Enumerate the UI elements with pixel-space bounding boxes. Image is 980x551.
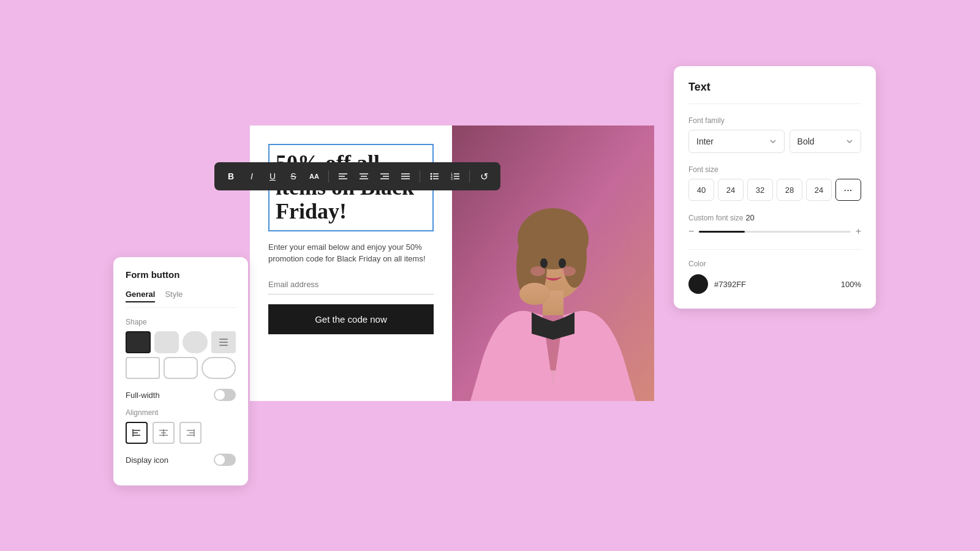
color-section-divider [688,249,861,250]
alignment-options [126,422,236,444]
svg-point-26 [431,176,432,178]
align-center-option[interactable] [153,422,175,444]
display-icon-toggle[interactable] [214,454,236,466]
full-width-toggle[interactable] [214,389,236,401]
email-input[interactable] [268,275,434,294]
svg-point-9 [519,283,550,305]
font-family-select[interactable]: Inter [688,130,785,153]
email-button[interactable]: Get the code now [268,304,434,334]
font-size-24b[interactable]: 24 [806,179,832,201]
shape-grid-row2 [126,357,236,379]
toolbar-align-right-button[interactable] [375,167,394,186]
color-hex-value: #7392FF [714,280,746,289]
shape-rounded-lg[interactable] [183,331,208,353]
shape-label: Shape [126,318,236,326]
font-weight-select[interactable]: Bold [790,130,861,153]
toolbar-numbered-list-button[interactable]: 1.2.3. [446,167,464,186]
shape-rounded-sm[interactable] [154,331,179,353]
text-toolbar: B I U S AA 1.2.3. ↺ [214,162,500,190]
font-family-row: Inter Bold [688,130,861,153]
shape-outline-rect[interactable] [126,357,160,379]
toolbar-bullet-list-button[interactable] [425,167,443,186]
color-opacity-value: 100% [841,280,861,289]
font-weight-value: Bold [797,137,815,146]
font-size-label: Font size [688,165,861,174]
toolbar-align-left-button[interactable] [334,167,352,186]
toolbar-redo-button[interactable]: ↺ [475,167,493,186]
color-swatch[interactable] [688,274,708,294]
toolbar-underline-button[interactable]: U [263,167,282,186]
slider-decrease-button[interactable]: − [688,226,694,237]
color-label: Color [688,260,861,268]
toolbar-divider-1 [328,170,329,182]
tab-style[interactable]: Style [165,290,183,302]
text-panel: Text Font family Inter Bold Font size 40… [674,66,876,309]
full-width-label: Full-width [126,391,160,400]
align-right-option[interactable] [179,422,202,444]
font-size-28[interactable]: 28 [777,179,802,201]
custom-font-size-value: 20 [745,213,754,222]
custom-font-size-label: Custom font size [688,214,743,222]
font-size-32[interactable]: 32 [747,179,773,201]
display-icon-label: Display icon [126,455,168,465]
shape-outline-rounded-sm[interactable] [164,357,198,379]
tab-general[interactable]: General [126,290,155,302]
slider-increase-button[interactable]: + [856,226,861,237]
svg-point-28 [431,178,432,180]
text-panel-title: Text [688,81,861,104]
shape-lines[interactable] [211,331,236,353]
shape-rect-filled[interactable] [126,331,151,353]
form-button-panel-title: Form button [126,269,236,280]
form-button-panel-tabs: General Style [126,290,236,308]
align-left-option[interactable] [126,422,148,444]
shape-grid-row1 [126,331,236,353]
shape-outline-rounded-lg[interactable] [202,357,236,379]
font-size-40[interactable]: 40 [688,179,714,201]
toolbar-case-button[interactable]: AA [305,167,323,186]
font-size-slider-fill [699,231,744,233]
lines-icon [219,339,228,346]
font-size-more[interactable]: ··· [835,179,861,201]
toolbar-italic-button[interactable]: I [243,167,261,186]
chevron-down-icon-2 [846,138,853,145]
email-subtext: Enter your email below and enjoy your 50… [268,241,434,265]
svg-point-11 [561,266,576,276]
chevron-down-icon [769,138,777,145]
svg-point-24 [431,173,432,175]
color-row: #7392FF 100% [688,274,861,294]
form-button-panel: Form button General Style Shape Full-wid… [113,257,248,485]
svg-point-8 [559,258,566,268]
full-width-row: Full-width [126,389,236,401]
font-size-slider-track[interactable] [699,231,850,233]
toolbar-align-center-button[interactable] [355,167,373,186]
font-family-value: Inter [696,137,714,146]
font-size-options: 40 24 32 28 24 ··· [688,179,861,201]
toolbar-bold-button[interactable]: B [222,167,240,186]
alignment-label: Alignment [126,408,236,417]
font-family-label: Font family [688,116,861,125]
svg-point-7 [540,258,548,268]
svg-point-10 [530,266,545,276]
toolbar-divider-3 [469,170,470,182]
svg-text:3.: 3. [451,177,453,181]
toolbar-strikethrough-button[interactable]: S [284,167,303,186]
toolbar-align-justify-button[interactable] [396,167,415,186]
display-icon-row: Display icon [126,454,236,466]
svg-point-6 [562,227,587,288]
toolbar-divider-2 [420,170,420,182]
font-size-24[interactable]: 24 [718,179,744,201]
